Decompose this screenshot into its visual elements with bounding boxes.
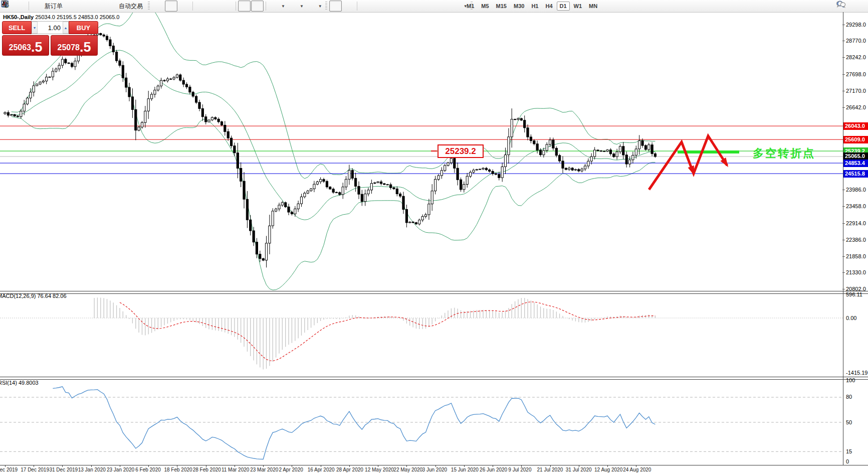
date-axis-tick — [5, 465, 6, 467]
ask-price-main: 25078 — [57, 41, 80, 54]
price-axis-tick: 23986.0 — [846, 187, 866, 193]
macd-label: MACD(12,26,9) 76.64 82.06 — [0, 293, 67, 299]
date-axis-tick — [579, 465, 579, 467]
date-axis-tick — [34, 465, 34, 467]
rsi-axis-tick: 0 — [846, 458, 849, 464]
date-axis-label: 22 May 2020 — [393, 467, 422, 472]
date-axis-label: 11 Mar 2020 — [222, 467, 249, 472]
zigzag-arrow-annotation[interactable] — [649, 136, 727, 190]
macd-signal-line — [120, 302, 655, 361]
date-axis-tick — [62, 465, 63, 467]
date-axis-tick — [120, 465, 120, 467]
macd-pane[interactable] — [0, 297, 843, 369]
date-axis-label: 12 Aug 2020 — [594, 467, 622, 472]
date-axis-label: 28 Apr 2020 — [336, 467, 363, 472]
rsi-label: RSI(14) 49.8003 — [0, 380, 39, 386]
volume-input[interactable] — [38, 22, 63, 34]
price-axis-tick: 27170.0 — [846, 88, 866, 94]
date-axis-label: 9 Jul 2020 — [508, 467, 531, 472]
date-axis-label: 13 Jan 2020 — [78, 467, 106, 472]
date-axis-label: 17 Dec 2019 — [21, 467, 49, 472]
pane-separator-rsi[interactable] — [0, 377, 868, 380]
date-axis-tick — [321, 465, 321, 467]
rsi-axis-tick: 100 — [846, 377, 855, 383]
macd-axis-tick: 0.00 — [846, 315, 856, 321]
date-axis-label: 24 Aug 2020 — [623, 467, 651, 472]
date-axis-label: 18 Feb 2020 — [164, 467, 192, 472]
price-level-badge: 26043.0 — [843, 122, 868, 130]
mt4-terminal: 新订单 自动交易 ▼ ▼ ▼ — [0, 0, 868, 474]
price-axis-tick: 28770.0 — [846, 38, 866, 44]
price-axis-tick: 28242.0 — [846, 54, 866, 60]
price-axis-tick: 22914.0 — [846, 220, 866, 226]
date-axis-tick — [493, 465, 493, 467]
price-level-badge: 24853.4 — [843, 160, 868, 167]
macd-axis-tick: 596.11 — [846, 291, 862, 297]
chart-canvas[interactable] — [0, 0, 868, 474]
price-axis-tick: 21330.0 — [846, 269, 866, 275]
date-axis-tick — [378, 465, 378, 467]
date-axis-tick — [550, 465, 551, 467]
rsi-pane[interactable] — [0, 387, 843, 459]
date-axis-label: 3 Jun 2020 — [422, 467, 448, 472]
date-axis-label: 23 Mar 2020 — [250, 467, 278, 472]
ask-price-fraction: .5 — [80, 41, 91, 54]
date-axis-label: 31 Dec 2019 — [49, 467, 78, 472]
rsi-axis-tick: 80 — [846, 394, 852, 400]
date-axis-label: 16 Apr 2020 — [308, 467, 335, 472]
date-axis-tick — [406, 465, 407, 467]
bollinger-lower-band — [12, 74, 656, 290]
volume-increase-stepper[interactable]: ▲ — [63, 22, 69, 34]
date-axis-label: 12 May 2020 — [365, 467, 394, 472]
date-axis-tick — [521, 465, 522, 467]
one-click-trading-panel: SELL ▼ ▲ BUY 25063 .5 25078 .5 — [2, 21, 98, 56]
chart-symbol-period: HK50-,Daily — [3, 14, 34, 20]
buy-button[interactable]: BUY — [69, 21, 98, 34]
price-axis-tick: 29298.0 — [846, 22, 866, 28]
rsi-axis-tick: 50 — [846, 419, 852, 425]
chart-ohlc-values: 25034.0 25195.5 24853.0 25065.0 — [35, 14, 119, 20]
price-flag-label[interactable]: 25239.2 — [438, 144, 484, 158]
price-axis-tick: 22386.0 — [846, 237, 866, 243]
date-axis-label: 31 Jul 2020 — [566, 467, 592, 472]
volume-decrease-stepper[interactable]: ▼ — [32, 22, 38, 34]
date-axis-tick — [607, 465, 608, 467]
date-axis-tick — [636, 465, 636, 467]
date-axis-label: 21 Jul 2020 — [537, 467, 563, 472]
pane-separator-macd[interactable] — [0, 291, 868, 294]
ask-price-tile[interactable]: 25078 .5 — [51, 35, 98, 56]
date-axis-tick — [206, 465, 206, 467]
price-axis-tick: 26642.0 — [846, 104, 866, 110]
date-axis-tick — [148, 465, 149, 467]
turning-point-text[interactable]: 多空转折点 — [753, 146, 815, 161]
zigzag-arrowhead — [688, 166, 695, 176]
main-price-pane[interactable] — [0, 0, 843, 290]
rsi-axis-tick: 15 — [846, 448, 852, 454]
date-axis-tick — [292, 465, 292, 467]
date-axis-label: 15 Jun 2020 — [451, 467, 479, 472]
bid-price-main: 25063 — [9, 41, 31, 54]
rsi-line — [53, 387, 655, 459]
price-axis-tick: 23458.0 — [846, 203, 866, 209]
price-axis-tick: 21858.0 — [846, 253, 866, 259]
date-axis-tick — [263, 465, 264, 467]
date-axis-tick — [349, 465, 350, 467]
price-level-badge: 24515.8 — [843, 170, 868, 178]
date-axis-label: 28 Feb 2020 — [193, 467, 221, 472]
date-axis-label: 23 Jan 2020 — [107, 467, 134, 472]
bid-price-tile[interactable]: 25063 .5 — [2, 35, 49, 56]
date-axis-line — [0, 465, 868, 465]
date-axis-label: 6 Feb 2020 — [135, 467, 161, 472]
date-axis-tick — [91, 465, 92, 467]
macd-axis-tick: -1415.19 — [846, 370, 867, 376]
date-axis-label: 26 Jun 2020 — [480, 467, 507, 472]
bollinger-upper-band — [12, 0, 656, 179]
date-axis-tick — [436, 465, 436, 467]
date-axis-tick — [177, 465, 177, 467]
price-axis-tick: 27698.0 — [846, 71, 866, 77]
date-axis-label: 3 Dec 2019 — [0, 467, 18, 472]
sell-button[interactable]: SELL — [2, 21, 32, 34]
bollinger-middle-band — [12, 50, 656, 220]
chart-title: HK50-,Daily 25034.0 25195.5 24853.0 2506… — [3, 14, 119, 20]
price-axis-line — [843, 12, 843, 465]
